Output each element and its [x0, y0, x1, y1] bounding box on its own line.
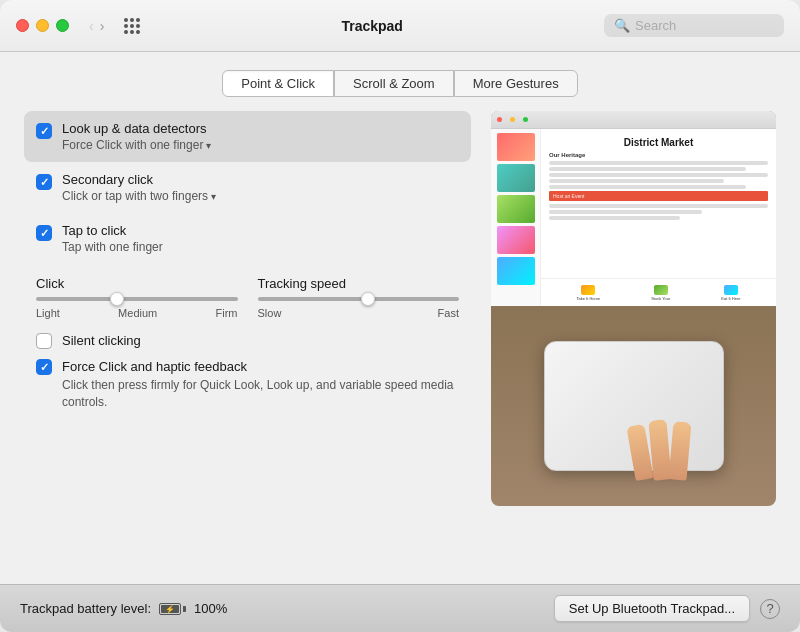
tab-more-gestures[interactable]: More Gestures	[454, 70, 578, 97]
chevron-down-icon: ▾	[206, 140, 211, 151]
tracking-slider-thumb[interactable]	[361, 292, 375, 306]
battery-percent: 100%	[194, 601, 227, 616]
force-click-description: Click then press firmly for Quick Look, …	[62, 377, 459, 411]
checkbox-tap-to-click[interactable]	[36, 225, 52, 241]
checkbox-lookup[interactable]	[36, 123, 52, 139]
option-secondary-label: Secondary click	[62, 172, 216, 187]
forward-arrow-icon[interactable]: ›	[100, 18, 105, 34]
tab-scroll-zoom[interactable]: Scroll & Zoom	[334, 70, 454, 97]
fake-text-6	[549, 204, 768, 208]
click-slider-track[interactable]	[36, 297, 238, 301]
tracking-mark-fast: Fast	[438, 307, 459, 319]
bottom-options: Silent clicking Force Click and haptic f…	[24, 327, 471, 415]
finger-3	[668, 421, 691, 480]
fake-nav-text-1: Take It Home	[577, 296, 601, 301]
option-tap-sublabel: Tap with one finger	[62, 240, 163, 254]
fake-thumb-2	[497, 164, 535, 192]
option-tap-text: Tap to click Tap with one finger	[62, 223, 163, 254]
fake-main: District Market Our Heritage Host an Eve…	[541, 129, 776, 306]
fake-nav-text-3: Eat It Here	[721, 296, 740, 301]
preview-trackpad	[491, 306, 776, 506]
fake-sidebar	[491, 129, 541, 306]
option-silent-clicking: Silent clicking	[36, 331, 459, 349]
click-slider-group: Click Light Medium Firm	[36, 276, 238, 319]
nav-arrows: ‹ ›	[89, 18, 104, 34]
back-arrow-icon[interactable]: ‹	[89, 18, 94, 34]
fake-bottom-nav: Take It Home Stock Your Eat It Here	[541, 278, 776, 306]
status-bar: Trackpad battery level: ⚡ 100% Set Up Bl…	[0, 584, 800, 632]
tracking-slider-marks: Slow Fast	[258, 307, 460, 319]
option-secondary-text: Secondary click Click or tap with two fi…	[62, 172, 216, 203]
fake-text-8	[549, 216, 680, 220]
fake-nav-1: Take It Home	[577, 285, 601, 301]
fake-nav-2: Stock Your	[651, 285, 670, 301]
click-slider-label: Click	[36, 276, 64, 291]
tracking-slider-label: Tracking speed	[258, 276, 346, 291]
fake-thumb-3	[497, 195, 535, 223]
click-mark-medium: Medium	[118, 307, 157, 319]
silent-clicking-label: Silent clicking	[62, 333, 141, 348]
option-secondary-sublabel[interactable]: Click or tap with two fingers ▾	[62, 189, 216, 203]
search-placeholder: Search	[635, 18, 676, 33]
fake-page-title: District Market	[549, 137, 768, 148]
click-mark-firm: Firm	[215, 307, 237, 319]
maximize-button[interactable]	[56, 19, 69, 32]
fake-text-7	[549, 210, 702, 214]
fake-text-5	[549, 185, 746, 189]
fake-macos-screen: District Market Our Heritage Host an Eve…	[491, 111, 776, 306]
fake-text-1	[549, 161, 768, 165]
fake-thumb-4	[497, 226, 535, 254]
click-slider-thumb[interactable]	[110, 292, 124, 306]
checkbox-force-click[interactable]	[36, 359, 52, 375]
click-mark-light: Light	[36, 307, 60, 319]
chevron-down-icon: ▾	[211, 191, 216, 202]
content-area: Look up & data detectors Force Click wit…	[0, 111, 800, 584]
trackpad-surface	[544, 341, 724, 471]
right-panel: District Market Our Heritage Host an Eve…	[491, 111, 776, 568]
sliders-section: Click Light Medium Firm Tracking speed	[24, 264, 471, 327]
fake-content: District Market Our Heritage Host an Eve…	[491, 129, 776, 306]
battery-info: Trackpad battery level: ⚡ 100%	[20, 601, 227, 616]
left-panel: Look up & data detectors Force Click wit…	[24, 111, 471, 568]
fake-thumb-5	[497, 257, 535, 285]
option-force-click: Force Click and haptic feedback Click th…	[36, 357, 459, 411]
preview-screen: District Market Our Heritage Host an Eve…	[491, 111, 776, 306]
search-icon: 🔍	[614, 18, 630, 33]
apps-grid-icon[interactable]	[124, 18, 140, 34]
fake-text-3	[549, 173, 768, 177]
fake-nav-icon-3	[724, 285, 738, 295]
battery-tip	[183, 606, 186, 612]
battery-body: ⚡	[159, 603, 181, 615]
window-title: Trackpad	[152, 18, 592, 34]
status-bar-right: Set Up Bluetooth Trackpad... ?	[554, 595, 780, 622]
click-slider-marks: Light Medium Firm	[36, 307, 238, 319]
tracking-slider-group: Tracking speed Slow Fast	[258, 276, 460, 319]
option-lookup-text: Look up & data detectors Force Click wit…	[62, 121, 211, 152]
checkbox-silent-clicking[interactable]	[36, 333, 52, 349]
fake-text-2	[549, 167, 746, 171]
fake-text-4	[549, 179, 724, 183]
battery-lightning-icon: ⚡	[165, 604, 175, 613]
checkbox-secondary-click[interactable]	[36, 174, 52, 190]
traffic-lights	[16, 19, 69, 32]
tracking-slider-track[interactable]	[258, 297, 460, 301]
fake-nav-icon-1	[581, 285, 595, 295]
tabs-container: Point & Click Scroll & Zoom More Gesture…	[0, 52, 800, 111]
close-button[interactable]	[16, 19, 29, 32]
setup-bluetooth-button[interactable]: Set Up Bluetooth Trackpad...	[554, 595, 750, 622]
search-bar[interactable]: 🔍 Search	[604, 14, 784, 37]
option-lookup-sublabel[interactable]: Force Click with one finger ▾	[62, 138, 211, 152]
help-button[interactable]: ?	[760, 599, 780, 619]
fake-nav-icon-2	[654, 285, 668, 295]
tab-point-click[interactable]: Point & Click	[222, 70, 334, 97]
fake-nav-3: Eat It Here	[721, 285, 740, 301]
force-click-label: Force Click and haptic feedback	[62, 359, 247, 374]
option-lookup-label: Look up & data detectors	[62, 121, 211, 136]
battery-label: Trackpad battery level:	[20, 601, 151, 616]
minimize-button[interactable]	[36, 19, 49, 32]
tracking-mark-slow: Slow	[258, 307, 282, 319]
fake-thumb-1	[497, 133, 535, 161]
option-secondary-click: Secondary click Click or tap with two fi…	[24, 162, 471, 213]
titlebar: ‹ › Trackpad 🔍 Search	[0, 0, 800, 52]
option-tap-label: Tap to click	[62, 223, 163, 238]
